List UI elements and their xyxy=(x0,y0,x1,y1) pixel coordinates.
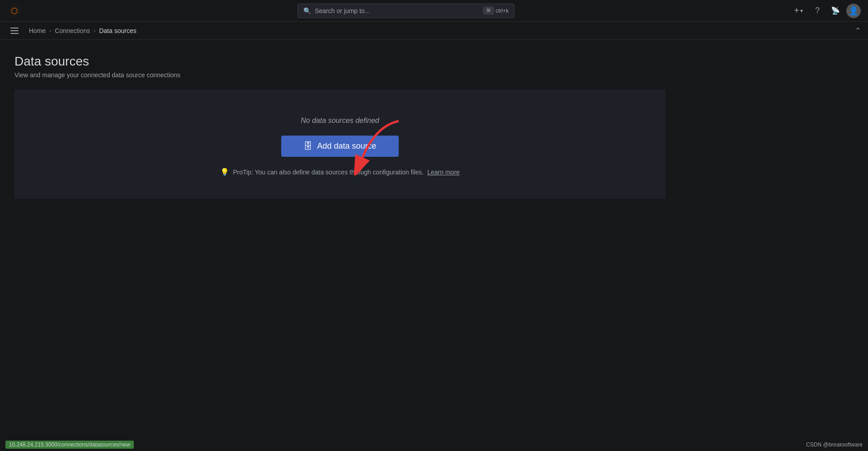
breadcrumb-bar: Home › Connections › Data sources ⌃ xyxy=(0,22,868,40)
new-button[interactable]: + ▾ xyxy=(790,4,807,18)
annotation-arrow xyxy=(340,117,412,177)
keyboard-shortcut: ⌘ ctrl+k xyxy=(483,7,509,14)
avatar-icon: 👤 xyxy=(849,6,859,16)
alerts-button[interactable]: 📡 xyxy=(828,4,843,18)
plus-icon: + xyxy=(794,5,799,16)
collapse-icon[interactable]: ⌃ xyxy=(855,26,861,35)
chevron-down-icon: ▾ xyxy=(800,8,803,14)
search-placeholder: Search or jump to... xyxy=(315,7,370,14)
breadcrumb-sep-2: › xyxy=(94,28,95,34)
topnav-actions: + ▾ ? 📡 👤 xyxy=(790,4,861,18)
kbd-separator: ctrl+k xyxy=(495,8,509,14)
top-navigation: ⬡ 🔍 Search or jump to... ⌘ ctrl+k + ▾ ? … xyxy=(0,0,868,22)
breadcrumb-home[interactable]: Home xyxy=(29,27,46,34)
search-bar[interactable]: 🔍 Search or jump to... ⌘ ctrl+k xyxy=(297,4,514,18)
lightbulb-icon: 💡 xyxy=(220,168,229,176)
user-avatar[interactable]: 👤 xyxy=(846,4,861,18)
hamburger-line-1 xyxy=(10,28,19,28)
hamburger-line-2 xyxy=(10,30,19,31)
status-url: 10.248.24.215:3000/connections/datasourc… xyxy=(5,441,134,449)
database-icon: 🗄 xyxy=(303,141,312,151)
breadcrumb-connections[interactable]: Connections xyxy=(55,27,90,34)
page-title: Data sources xyxy=(14,54,854,69)
empty-state-card: No data sources defined 🗄 Add data sourc… xyxy=(14,89,665,199)
rss-icon: 📡 xyxy=(831,6,840,15)
grafana-logo[interactable]: ⬡ xyxy=(7,4,22,18)
status-brand: CSDN @breaksoftware xyxy=(806,442,863,448)
svg-text:⬡: ⬡ xyxy=(11,6,18,15)
learn-more-link[interactable]: Learn more xyxy=(427,169,460,176)
page-subtitle: View and manage your connected data sour… xyxy=(14,71,854,79)
help-icon: ? xyxy=(815,6,820,15)
status-bar: 10.248.24.215:3000/connections/datasourc… xyxy=(0,438,868,451)
search-container: 🔍 Search or jump to... ⌘ ctrl+k xyxy=(27,4,785,18)
kbd-ctrl: ⌘ xyxy=(483,7,494,14)
search-icon: 🔍 xyxy=(303,7,311,14)
breadcrumb-current: Data sources xyxy=(99,27,136,34)
hamburger-line-3 xyxy=(10,33,19,34)
hamburger-menu[interactable] xyxy=(7,23,22,38)
main-content: Data sources View and manage your connec… xyxy=(0,40,868,213)
help-button[interactable]: ? xyxy=(810,4,825,18)
breadcrumb-sep-1: › xyxy=(49,28,51,34)
